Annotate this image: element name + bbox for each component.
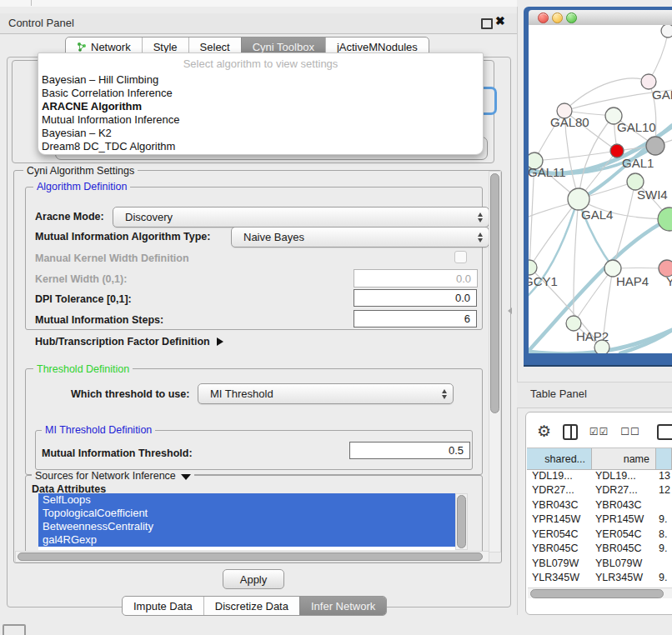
tab-discretize-data[interactable]: Discretize Data [203, 597, 299, 615]
split-columns-icon[interactable] [563, 424, 578, 440]
settings-hscrollbar-thumb[interactable] [18, 552, 483, 561]
data-attributes-list[interactable]: SelfLoopsTopologicalCoefficientBetweenne… [38, 493, 455, 550]
column-header-shared[interactable]: shared... [527, 448, 592, 469]
cell: YBL079W [592, 558, 656, 569]
stepper-icon [478, 212, 483, 222]
network-node[interactable] [646, 137, 664, 155]
cell: 9. [656, 572, 672, 583]
algorithm-option-bayesian-k2[interactable]: Bayesian – K2 [38, 127, 483, 140]
control-panel-titlebar [0, 13, 517, 34]
network-canvas[interactable]: GALGAL80GAL10GAL1GAL11SWI4GAL4GCY1HAP4YH… [529, 25, 672, 353]
tab-label: Cyni Toolbox [253, 41, 314, 53]
table-row[interactable]: YPR145WYPR145W9. [527, 512, 672, 528]
sources-toggle[interactable]: Sources for Network Inference [32, 470, 194, 482]
which-threshold-label: Which threshold to use: [71, 388, 189, 400]
node-label: GCY1 [529, 274, 558, 288]
tab-label: Infer Network [311, 600, 375, 612]
table-row[interactable]: YDL19...YDL19...13 [527, 468, 672, 483]
algorithm-option-dream8-dc-tdc-algorithm[interactable]: Dream8 DC_TDC Algorithm [38, 140, 483, 153]
network-node-gcy1[interactable] [529, 260, 537, 275]
checked-pair-icon[interactable]: ☑☑ [589, 426, 609, 438]
column-header-name[interactable]: name [592, 448, 656, 469]
data-attribute-selfloops[interactable]: SelfLoops [38, 493, 455, 507]
table-hscrollbar-thumb[interactable] [530, 589, 664, 598]
kernel-width-label: Kernel Width (0,1): [35, 273, 127, 285]
algorithm-option-aracne-algorithm[interactable]: ARACNE Algorithm [38, 100, 483, 113]
mi-threshold-field[interactable]: 0.5 [349, 442, 470, 459]
cell: 9. [656, 513, 672, 525]
table-row[interactable]: YER054CYER054C8. [527, 527, 672, 542]
tab-label: Impute Data [133, 600, 193, 612]
tab-impute-data[interactable]: Impute Data [123, 597, 203, 615]
close-traffic-light[interactable] [538, 12, 549, 23]
mi-type-combo[interactable]: Naive Bayes [231, 227, 489, 248]
manual-kernel-label: Manual Kernel Width Definition [35, 252, 189, 264]
list-scrollbar-thumb[interactable] [457, 495, 466, 548]
settings-vscrollbar-thumb[interactable] [490, 173, 499, 413]
network-window-titlebar[interactable] [529, 10, 672, 26]
collapsed-arrow-icon [217, 338, 223, 346]
algorithm-option-basic-correlation-inference[interactable]: Basic Correlation Inference [38, 87, 483, 100]
stepper-icon [442, 389, 447, 399]
column-header-partial[interactable] [656, 448, 672, 469]
mi-threshold-label: Mutual Information Threshold: [42, 448, 193, 459]
data-attribute-gal4rgexp[interactable]: gal4RGexp [38, 533, 455, 547]
network-node[interactable] [661, 25, 672, 38]
data-attribute-topologicalcoefficient[interactable]: TopologicalCoefficient [38, 507, 455, 520]
mi-steps-label: Mutual Information Steps: [35, 314, 163, 326]
minimize-traffic-light[interactable] [552, 12, 563, 23]
zoom-traffic-light[interactable] [566, 12, 577, 23]
aracne-mode-combo[interactable]: Discovery [113, 207, 489, 228]
node-label: GAL1 [622, 156, 654, 170]
dropdown-prompt: Select algorithm to view settings [38, 53, 483, 73]
which-threshold-combo[interactable]: MI Threshold [198, 383, 454, 404]
float-window-icon[interactable] [481, 18, 493, 29]
node-label: GAL11 [529, 165, 566, 179]
table-toolbar: ⚙ ☑☑ ☐☐ [527, 417, 672, 447]
data-attribute-betweennesscentrality[interactable]: BetweennessCentrality [38, 520, 455, 533]
toolbar-divider [31, 0, 32, 6]
algorithm-option-bayesian-hill-climbing[interactable]: Bayesian – Hill Climbing [38, 73, 483, 87]
table-header-row: shared...name [527, 448, 672, 470]
network-edge[interactable] [574, 199, 579, 323]
table-row[interactable]: YBR043CYBR043C [527, 498, 672, 512]
stepper-icon [478, 232, 483, 242]
panel-title: Control Panel [8, 17, 74, 29]
network-icon [77, 42, 87, 52]
network-node[interactable] [658, 208, 672, 231]
table-body: YDL19...YDL19...13YDR27...YDR27...12YBR0… [527, 468, 672, 588]
table-row[interactable]: YDR27...YDR27...12 [527, 483, 672, 498]
unchecked-pair-icon[interactable]: ☐☐ [620, 426, 640, 438]
tab-label: Network [91, 41, 131, 53]
tab-label: Style [153, 41, 178, 53]
apply-button[interactable]: Apply [223, 569, 284, 589]
bottom-left-partial-button[interactable] [3, 624, 26, 635]
table-panel-title: Table Panel [530, 388, 587, 400]
cell: 12 [656, 484, 672, 496]
table-row[interactable]: YLR345WYLR345W9. [527, 571, 672, 586]
which-threshold-value: MI Threshold [210, 388, 273, 400]
cell: YPR145W [592, 513, 656, 525]
mi-steps-field[interactable]: 6 [354, 310, 477, 328]
algorithm-dropdown[interactable]: Select algorithm to view settings Bayesi… [38, 52, 484, 155]
dpi-tolerance-field[interactable]: 0.0 [354, 289, 477, 307]
partial-table-icon[interactable] [657, 424, 672, 440]
table-row[interactable]: YBL079WYBL079W [527, 556, 672, 571]
hub-section-toggle[interactable]: Hub/Transcription Factor Definition [35, 336, 223, 348]
algorithm-option-mutual-information-inference[interactable]: Mutual Information Inference [38, 113, 483, 127]
network-node[interactable] [594, 340, 609, 353]
table-row[interactable]: YBR045CYBR045C9. [527, 542, 672, 557]
network-edge[interactable] [534, 151, 617, 161]
cell: YER054C [592, 528, 656, 540]
node-label: GAL80 [550, 115, 589, 129]
control-panel-window: Control Panel ✖ NetworkStyleSelectCyni T… [0, 7, 518, 615]
kernel-width-field[interactable]: 0.0 [354, 269, 478, 288]
splitpane-handle-icon[interactable] [508, 308, 512, 314]
cell: YLR345W [592, 572, 656, 583]
gear-icon[interactable]: ⚙ [537, 424, 551, 439]
close-icon[interactable]: ✖ [495, 14, 505, 28]
tab-infer-network[interactable]: Infer Network [299, 597, 386, 615]
node-label: HAP4 [616, 274, 649, 288]
manual-kernel-checkbox[interactable] [454, 251, 467, 263]
cell: 9. [656, 542, 672, 554]
